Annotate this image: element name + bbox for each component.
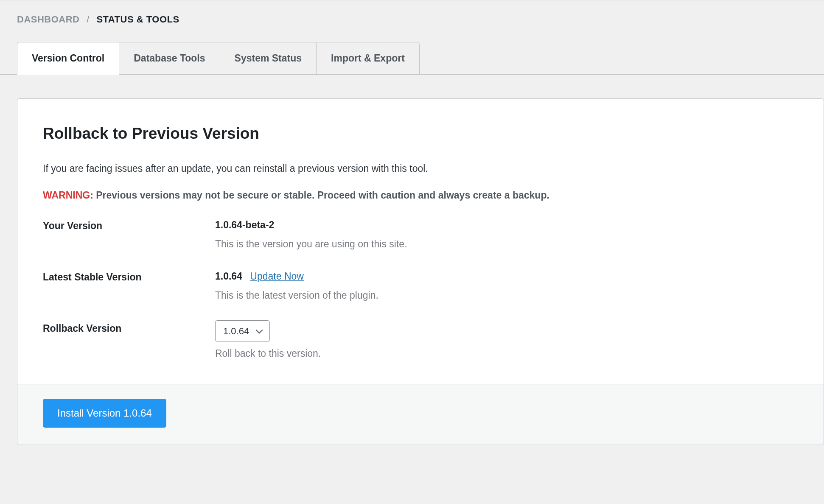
rollback-version-label: Rollback Version — [43, 320, 215, 336]
warning-text: Previous versions may not be secure or s… — [96, 190, 549, 201]
breadcrumb-current: STATUS & TOOLS — [96, 14, 179, 25]
row-rollback-version: Rollback Version 1.0.64 Roll back to thi… — [43, 320, 798, 361]
panel-title: Rollback to Previous Version — [43, 122, 798, 146]
row-latest-stable: Latest Stable Version 1.0.64 Update Now … — [43, 269, 798, 302]
your-version-label: Your Version — [43, 218, 215, 233]
chevron-down-icon — [257, 328, 263, 333]
your-version-help: This is the version you are using on thi… — [215, 237, 798, 252]
rollback-panel: Rollback to Previous Version If you are … — [17, 98, 824, 445]
tabs-bar: Version Control Database Tools System St… — [0, 42, 824, 75]
tab-import-export[interactable]: Import & Export — [317, 42, 420, 75]
rollback-version-selected: 1.0.64 — [223, 324, 249, 338]
rollback-version-help: Roll back to this version. — [215, 346, 798, 361]
tab-system-status[interactable]: System Status — [220, 42, 317, 75]
row-your-version: Your Version 1.0.64-beta-2 This is the v… — [43, 218, 798, 251]
install-version-button[interactable]: Install Version 1.0.64 — [43, 399, 166, 428]
breadcrumb-root[interactable]: DASHBOARD — [17, 14, 80, 25]
panel-description: If you are facing issues after an update… — [43, 161, 798, 176]
panel-footer: Install Version 1.0.64 — [17, 384, 824, 445]
tab-database-tools[interactable]: Database Tools — [119, 42, 220, 75]
breadcrumb: DASHBOARD / STATUS & TOOLS — [0, 0, 824, 31]
warning-label: WARNING: — [43, 190, 93, 201]
panel-warning: WARNING: Previous versions may not be se… — [43, 188, 798, 203]
rollback-version-select[interactable]: 1.0.64 — [215, 320, 270, 342]
latest-stable-value: 1.0.64 — [215, 271, 242, 282]
breadcrumb-separator: / — [82, 14, 94, 25]
update-now-link[interactable]: Update Now — [250, 271, 304, 282]
latest-stable-help: This is the latest version of the plugin… — [215, 288, 798, 303]
your-version-value: 1.0.64-beta-2 — [215, 218, 798, 232]
latest-stable-label: Latest Stable Version — [43, 269, 215, 285]
tab-version-control[interactable]: Version Control — [17, 42, 119, 75]
